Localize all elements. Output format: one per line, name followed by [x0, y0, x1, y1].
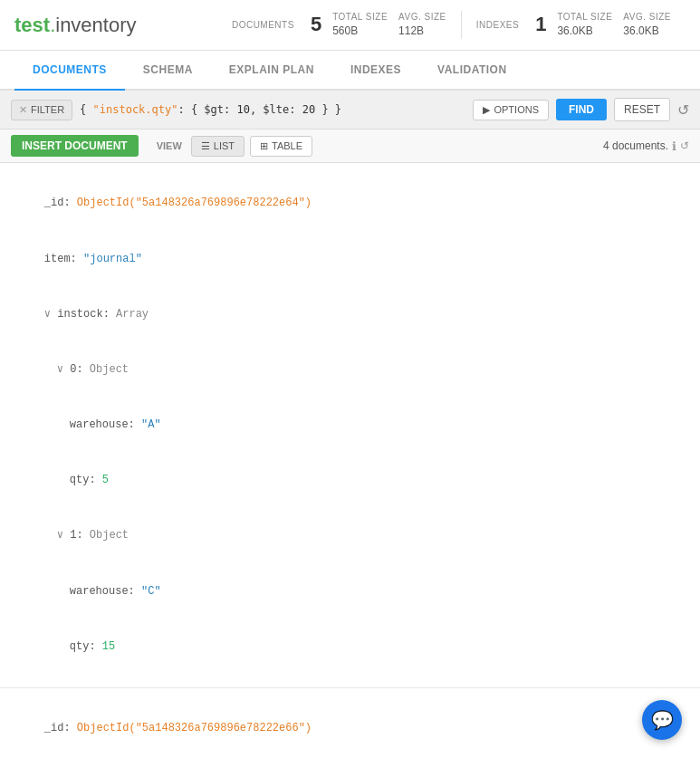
chat-icon: 💬 [651, 709, 674, 731]
avg-size-label2: AVG. SIZE [623, 11, 671, 24]
warehouse-line-0: warehouse: "A" [18, 398, 682, 453]
id-key: _id: [44, 722, 77, 734]
filter-button[interactable]: ✕ FILTER [11, 100, 72, 120]
toolbar: ✕ FILTER { "instock.qty": { $gt: 10, $lt… [0, 91, 700, 130]
indexes-stat-group: INDEXES 1 TOTAL SIZE 36.0KB AVG. SIZE 36… [462, 11, 686, 39]
count-text: 4 documents. [603, 139, 668, 152]
doc-id-line: _id: ObjectId("5a148326a769896e78222e64"… [18, 176, 682, 231]
filter-label: FILTER [31, 104, 64, 115]
doc-instock-line: ∨ instock: Array [18, 286, 682, 341]
header-stats: DOCUMENTS 5 TOTAL SIZE 560B AVG. SIZE 11… [217, 11, 686, 39]
query-display: { "instock.qty": { $gt: 10, $lte: 20 } } [80, 103, 465, 116]
instock-key: instock: [57, 308, 116, 321]
document-count: 4 documents. ℹ ↺ [603, 139, 689, 153]
list-label: LIST [214, 140, 235, 151]
filter-x-icon: ✕ [19, 104, 27, 116]
options-button[interactable]: ▶ OPTIONS [473, 100, 549, 120]
insert-document-button[interactable]: INSERT DOCUMENT [11, 135, 139, 157]
table-view-button[interactable]: ⊞ TABLE [250, 136, 312, 157]
header: test.inventory DOCUMENTS 5 TOTAL SIZE 56… [0, 0, 700, 51]
action-bar: INSERT DOCUMENT VIEW ☰ LIST ⊞ TABLE 4 do… [0, 130, 700, 163]
list-view-button[interactable]: ☰ LIST [191, 136, 245, 157]
documents-stat-label: DOCUMENTS [232, 20, 294, 30]
indexes-count: 1 [535, 13, 546, 36]
tab-explain-plan[interactable]: EXPLAIN PLAN [211, 51, 332, 91]
refresh-count-icon[interactable]: ↺ [680, 139, 689, 152]
tab-documents[interactable]: DOCUMENTS [14, 51, 125, 91]
chat-widget[interactable]: 💬 [642, 700, 682, 740]
warehouse-key-1: warehouse: [70, 585, 141, 598]
document-card: _id: ObjectId("5a148326a769896e78222e64"… [0, 163, 700, 688]
index-0-key: 0: [70, 363, 90, 376]
id-value: ObjectId("5a148326a769896e78222e66") [77, 722, 312, 734]
indexes-avg-stat-sub: AVG. SIZE 36.0KB [623, 11, 671, 39]
id-value: ObjectId("5a148326a769896e78222e64") [77, 197, 312, 209]
doc-id-line: _id: ObjectId("5a148326a769896e78222e66"… [18, 701, 682, 756]
item-value: "journal" [83, 253, 142, 265]
warehouse-val-1: "C" [141, 585, 161, 598]
tab-schema[interactable]: SCHEMA [125, 51, 211, 91]
total-size-val1: 560B [332, 24, 388, 39]
reset-button[interactable]: RESET [614, 98, 670, 121]
query-rest: : { $gt: 10, $lte: 20 } } [177, 103, 341, 116]
total-size-val2: 36.0KB [557, 24, 612, 39]
total-size-label1: TOTAL SIZE [332, 11, 388, 24]
documents-avg-stat-sub: AVG. SIZE 112B [398, 11, 446, 39]
index-0-type: Object [90, 363, 129, 376]
query-key: "instock.qty" [93, 103, 178, 116]
tab-validation[interactable]: VALIDATION [419, 51, 525, 91]
documents-count: 5 [311, 13, 321, 36]
indexes-stat-label: INDEXES [476, 20, 519, 30]
instock-item-0: ∨ 0: Object [18, 342, 682, 398]
item-key: item: [44, 253, 83, 265]
find-button[interactable]: FIND [556, 99, 607, 120]
qty-key-1: qty: [70, 640, 102, 653]
info-icon: ℹ [672, 139, 676, 153]
qty-line-0: qty: 5 [18, 453, 682, 508]
options-label: OPTIONS [494, 104, 539, 115]
avg-size-val1: 112B [398, 24, 446, 39]
logo-test: test [14, 14, 50, 36]
refresh-button[interactable]: ↺ [677, 101, 689, 119]
table-label: TABLE [272, 140, 302, 151]
warehouse-val-0: "A" [141, 418, 161, 431]
index-1-key: 1: [70, 529, 90, 542]
warehouse-key-0: warehouse: [70, 418, 141, 431]
qty-val-1: 15 [102, 640, 115, 653]
qty-key-0: qty: [70, 474, 102, 486]
indexes-stat-sub: TOTAL SIZE 36.0KB [557, 11, 612, 39]
document-card: _id: ObjectId("5a148326a769896e78222e66"… [0, 688, 700, 758]
avg-size-val2: 36.0KB [623, 24, 671, 39]
documents-stat-group: DOCUMENTS 5 TOTAL SIZE 560B AVG. SIZE 11… [217, 11, 462, 39]
options-arrow-icon: ▶ [483, 104, 490, 116]
doc-item-line: item: "journal" [18, 231, 682, 286]
collapse-instock[interactable]: ∨ [44, 308, 51, 321]
instock-item-1: ∨ 1: Object [18, 508, 682, 563]
qty-val-0: 5 [102, 474, 109, 486]
qty-line-1: qty: 15 [18, 619, 682, 674]
instock-type: Array [116, 308, 149, 321]
view-options: ☰ LIST ⊞ TABLE [191, 136, 312, 157]
collapse-item-0[interactable]: ∨ [57, 363, 63, 376]
index-1-type: Object [90, 529, 129, 542]
avg-size-label1: AVG. SIZE [398, 11, 446, 24]
logo-inventory: inventory [55, 14, 136, 36]
tabs: DOCUMENTS SCHEMA EXPLAIN PLAN INDEXES VA… [0, 51, 700, 91]
total-size-label2: TOTAL SIZE [557, 11, 612, 24]
list-icon: ☰ [201, 140, 210, 152]
tab-indexes[interactable]: INDEXES [332, 51, 419, 91]
id-key: _id: [44, 197, 77, 209]
logo: test.inventory [14, 14, 137, 37]
warehouse-line-1: warehouse: "C" [18, 563, 682, 619]
collapse-item-1[interactable]: ∨ [57, 529, 63, 542]
documents-container: _id: ObjectId("5a148326a769896e78222e64"… [0, 163, 700, 758]
documents-stat-sub: TOTAL SIZE 560B [332, 11, 388, 39]
table-icon: ⊞ [260, 140, 268, 152]
view-label: VIEW [157, 140, 182, 151]
